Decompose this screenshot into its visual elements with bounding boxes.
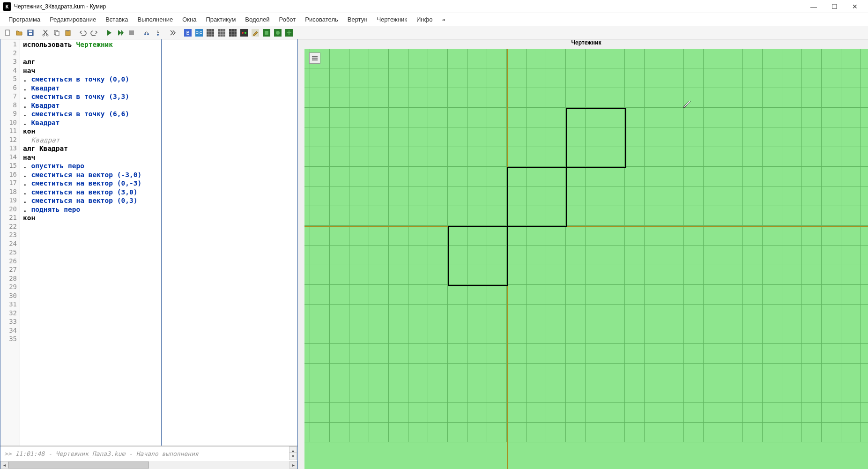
code-line[interactable]: . сместиться в точку (0,0) <box>23 75 159 84</box>
grid-cell <box>304 383 310 403</box>
scroll-left-button[interactable]: ◂ <box>0 461 8 469</box>
scroll-thumb[interactable] <box>8 462 149 469</box>
code-line[interactable] <box>23 335 159 344</box>
code-line[interactable]: Квадрат <box>23 136 159 145</box>
grid-cell <box>645 344 664 364</box>
step-over-button[interactable] <box>141 28 152 38</box>
cut-button[interactable] <box>40 28 51 38</box>
horizontal-scrollbar[interactable]: ◂ ▸ <box>0 461 297 469</box>
code-line[interactable]: использовать Чертежник <box>23 40 159 49</box>
console-output[interactable]: >> 11:01:48 - Чертежник_Папа3.kum - Нача… <box>0 446 297 461</box>
scroll-right-button[interactable]: ▸ <box>289 461 297 469</box>
actor-grid3-button[interactable] <box>228 28 238 38</box>
save-file-button[interactable] <box>25 28 36 38</box>
actor-grid1-button[interactable] <box>205 28 215 38</box>
code-line[interactable]: нач <box>23 153 159 162</box>
grid-cell <box>546 344 566 364</box>
code-line[interactable] <box>23 327 159 335</box>
code-line[interactable]: . сместиться на вектор (0,-3) <box>23 179 159 188</box>
actor-waves-button[interactable] <box>194 28 204 38</box>
run-step-button[interactable] <box>115 28 126 38</box>
menu-вертун[interactable]: Вертун <box>343 14 372 25</box>
code-line[interactable] <box>23 257 159 266</box>
step-out-button[interactable] <box>168 28 178 38</box>
grid-cell <box>625 364 645 383</box>
undo-button[interactable] <box>78 28 88 38</box>
code-line[interactable] <box>23 292 159 301</box>
actor-pencil-button[interactable] <box>250 28 260 38</box>
code-line[interactable]: алг Квадрат <box>23 144 159 153</box>
code-line[interactable]: . сместиться на вектор (-3,0) <box>23 171 159 179</box>
grid-cell <box>723 167 743 186</box>
code-line[interactable] <box>23 223 159 231</box>
code-line[interactable] <box>23 248 159 257</box>
code-line[interactable] <box>23 275 159 283</box>
menu-редактирование[interactable]: Редактирование <box>45 14 101 25</box>
actor-vodoley-button[interactable]: В <box>183 28 193 38</box>
menu-водолей[interactable]: Водолей <box>240 14 274 25</box>
grid-cell <box>507 226 527 246</box>
redo-button[interactable] <box>89 28 99 38</box>
code-line[interactable]: кон <box>23 127 159 136</box>
close-button[interactable]: ✕ <box>845 0 865 13</box>
copy-button[interactable] <box>52 28 62 38</box>
code-line[interactable]: . поднять перо <box>23 205 159 214</box>
canvas-menu-button[interactable] <box>309 52 320 64</box>
code-line[interactable] <box>23 300 159 309</box>
run-button[interactable] <box>104 28 114 38</box>
grid-cell <box>586 167 605 186</box>
code-line[interactable] <box>23 240 159 249</box>
console-scroll-down[interactable]: ▾ <box>289 452 297 460</box>
new-file-button[interactable] <box>3 28 13 38</box>
grid-cell <box>586 423 605 442</box>
actor-controller-button[interactable] <box>239 28 249 38</box>
actor-green2-button[interactable] <box>273 28 283 38</box>
code-line[interactable]: . сместиться на вектор (3,0) <box>23 188 159 197</box>
minimize-button[interactable]: — <box>803 0 824 13</box>
grid-cell <box>763 285 782 305</box>
menu-практикум[interactable]: Практикум <box>201 14 240 25</box>
menu-рисователь[interactable]: Рисователь <box>300 14 342 25</box>
grid-cell <box>408 88 428 108</box>
menu-»[interactable]: » <box>437 14 450 25</box>
code-line[interactable]: . Квадрат <box>23 84 159 93</box>
code-line[interactable] <box>23 49 159 58</box>
code-line[interactable]: кон <box>23 214 159 223</box>
drawing-canvas[interactable] <box>304 49 868 469</box>
grid-cell <box>304 403 310 423</box>
code-line[interactable]: . сместиться на вектор (0,3) <box>23 196 159 205</box>
code-line[interactable] <box>23 309 159 318</box>
code-line[interactable] <box>23 283 159 292</box>
code-line[interactable]: алг <box>23 58 159 67</box>
actor-grid2-button[interactable] <box>216 28 227 38</box>
menu-окна[interactable]: Окна <box>178 14 201 25</box>
menu-программа[interactable]: Программа <box>4 14 45 25</box>
paste-button[interactable] <box>63 28 73 38</box>
code-line[interactable]: . Квадрат <box>23 101 159 110</box>
grid-cell <box>605 364 625 383</box>
grid-cell <box>605 344 625 364</box>
menu-инфо[interactable]: Инфо <box>412 14 437 25</box>
menu-вставка[interactable]: Вставка <box>101 14 133 25</box>
code-line[interactable]: . опустить перо <box>23 162 159 171</box>
step-into-button[interactable] <box>153 28 163 38</box>
menubar: ПрограммаРедактированиеВставкаВыполнение… <box>0 13 868 26</box>
code-line[interactable] <box>23 266 159 275</box>
code-editor[interactable]: использовать Чертежник алгнач. сместитьс… <box>20 39 162 446</box>
stop-button[interactable] <box>126 28 137 38</box>
code-line[interactable]: . сместиться в точку (3,3) <box>23 92 159 101</box>
actor-green1-button[interactable] <box>261 28 272 38</box>
code-line[interactable]: . Квадрат <box>23 119 159 127</box>
open-file-button[interactable] <box>14 28 24 38</box>
menu-выполнение[interactable]: Выполнение <box>133 14 178 25</box>
maximize-button[interactable]: ☐ <box>824 0 845 13</box>
code-line[interactable] <box>23 231 159 240</box>
grid-cell <box>467 285 487 305</box>
menu-робот[interactable]: Робот <box>274 14 301 25</box>
code-line[interactable]: нач <box>23 67 159 75</box>
line-number: 5 <box>0 75 17 84</box>
code-line[interactable] <box>23 318 159 327</box>
code-line[interactable]: . сместиться в точку (6,6) <box>23 110 159 119</box>
menu-чертежник[interactable]: Чертежник <box>372 14 412 25</box>
actor-green3-button[interactable] <box>284 28 294 38</box>
